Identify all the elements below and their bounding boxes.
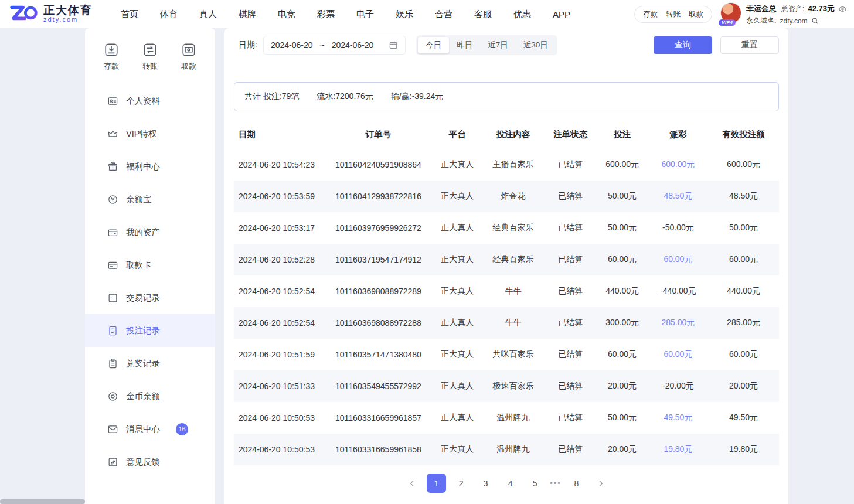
transfer-link[interactable]: 转账 — [666, 9, 681, 19]
sidebar-item-messages[interactable]: 消息中心 16 — [85, 413, 215, 445]
nav-item-entertainment[interactable]: 娱乐 — [396, 9, 413, 20]
page-button-1[interactable]: 1 — [427, 474, 446, 493]
sidebar-item-label: 消息中心 — [126, 424, 160, 435]
cell-date: 2024-06-20 10:52:54 — [234, 307, 324, 339]
deposit-link[interactable]: 存款 — [643, 9, 658, 19]
bank-card-icon — [107, 260, 118, 271]
range-today-button[interactable]: 今日 — [418, 37, 449, 53]
nav-item-support[interactable]: 客服 — [474, 9, 492, 20]
cell-valid: 50.00元 — [708, 212, 779, 244]
cell-valid: 49.50元 — [708, 402, 779, 434]
withdraw-icon — [181, 42, 196, 57]
pagination: 1 2 3 4 5 ••• 8 — [224, 474, 788, 493]
cell-content: 极速百家乐 — [482, 370, 545, 402]
sidebar-item-label: 福利中心 — [126, 161, 160, 172]
cell-platform: 正大真人 — [433, 244, 482, 275]
page-button-2[interactable]: 2 — [451, 474, 471, 493]
page-button-4[interactable]: 4 — [501, 474, 520, 493]
shortcut-transfer-label: 转账 — [142, 61, 158, 71]
sidebar-item-coin-balance[interactable]: 金币余额 — [85, 380, 215, 413]
cell-bet: 50.00元 — [596, 402, 648, 434]
main-nav: 首页 体育 真人 棋牌 电竞 彩票 电子 娱乐 合营 客服 优惠 APP — [121, 9, 570, 20]
sidebar-item-label: 交易记录 — [126, 292, 160, 304]
table-row: 2024-06-20 10:52:54 1011603698088972289 … — [234, 275, 779, 307]
sidebar-item-profile[interactable]: 个人资料 — [85, 84, 215, 117]
sidebar-item-transactions[interactable]: 交易记录 — [85, 281, 215, 314]
brand-logo[interactable]: 正大体育 zdty.com — [9, 3, 93, 25]
sidebar-item-yuebao[interactable]: 余额宝 — [85, 183, 215, 216]
sidebar-item-feedback[interactable]: 意见反馈 — [85, 445, 215, 478]
shortcut-deposit[interactable]: 存款 — [104, 42, 119, 71]
nav-item-app[interactable]: APP — [553, 9, 570, 19]
cell-order: 1011604240591908864 — [324, 149, 433, 181]
cell-status: 已结算 — [545, 402, 596, 434]
cell-date: 2024-06-20 10:51:33 — [234, 370, 324, 402]
cell-date: 2024-06-20 10:54:23 — [234, 149, 324, 181]
sidebar-item-prize-records[interactable]: 兑奖记录 — [85, 347, 215, 380]
cell-status: 已结算 — [545, 149, 596, 181]
cell-status: 已结算 — [545, 339, 596, 370]
search-icon[interactable] — [811, 17, 819, 25]
sidebar-item-withdraw-card[interactable]: 取款卡 — [85, 248, 215, 281]
search-button[interactable]: 查询 — [654, 36, 712, 54]
gift-icon — [107, 161, 118, 172]
cell-payout: 19.80元 — [648, 434, 708, 465]
sidebar-item-vip[interactable]: VIP特权 — [85, 117, 215, 150]
filter-bar: 日期: 2024-06-20 ~ 2024-06-20 今日 昨日 近7日 近3… — [224, 28, 788, 55]
nav-item-live[interactable]: 真人 — [199, 9, 217, 20]
cell-date: 2024-06-20 10:50:53 — [234, 434, 324, 465]
nav-item-slots[interactable]: 电子 — [356, 9, 374, 20]
domain-value: zdty.com — [780, 17, 807, 25]
date-to: 2024-06-20 — [332, 40, 374, 50]
sidebar-item-label: 余额宝 — [126, 194, 152, 205]
table-row: 2024-06-20 10:53:17 1011603976959926272 … — [234, 212, 779, 244]
cell-status: 已结算 — [545, 434, 596, 465]
nav-item-home[interactable]: 首页 — [121, 9, 138, 20]
cell-bet: 50.00元 — [596, 212, 648, 244]
nav-item-promotions[interactable]: 优惠 — [513, 9, 531, 20]
sidebar-item-label: 投注记录 — [126, 325, 160, 336]
page-ellipsis[interactable]: ••• — [550, 479, 562, 488]
sidebar-item-assets[interactable]: 我的资产 — [85, 216, 215, 248]
nav-item-board-games[interactable]: 棋牌 — [239, 9, 256, 20]
range-yesterday-button[interactable]: 昨日 — [449, 37, 480, 53]
shortcut-transfer[interactable]: 转账 — [142, 42, 158, 71]
cell-bet: 60.00元 — [596, 339, 648, 370]
table-row: 2024-06-20 10:52:54 1011603698088972288 … — [234, 307, 779, 339]
summary-bar: 共计 投注:79笔 流水:7200.76元 输/赢:-39.24元 — [234, 82, 779, 111]
date-range-input[interactable]: 2024-06-20 ~ 2024-06-20 — [263, 36, 406, 55]
cell-payout: -20.00元 — [648, 370, 708, 402]
page-button-3[interactable]: 3 — [476, 474, 495, 493]
reset-button[interactable]: 重置 — [720, 36, 779, 54]
nav-item-lottery[interactable]: 彩票 — [317, 9, 335, 20]
cell-content: 经典百家乐 — [482, 212, 545, 244]
cell-valid: 600.00元 — [708, 149, 779, 181]
cell-date: 2024-06-20 10:51:59 — [234, 339, 324, 370]
sidebar-item-welfare[interactable]: 福利中心 — [85, 150, 215, 183]
sidebar-item-bet-records[interactable]: 投注记录 — [85, 314, 215, 347]
nav-item-sports[interactable]: 体育 — [160, 9, 178, 20]
nav-item-partnership[interactable]: 合营 — [435, 9, 452, 20]
page-button-5[interactable]: 5 — [525, 474, 545, 493]
cell-payout: -440.00元 — [648, 275, 708, 307]
range-7days-button[interactable]: 近7日 — [480, 37, 516, 53]
cell-payout: 60.00元 — [648, 339, 708, 370]
page-button-last[interactable]: 8 — [567, 474, 586, 493]
cell-platform: 正大真人 — [433, 307, 482, 339]
eye-icon[interactable] — [838, 5, 847, 13]
cell-bet: 50.00元 — [596, 181, 648, 212]
table-row: 2024-06-20 10:54:23 1011604240591908864 … — [234, 149, 779, 181]
range-30days-button[interactable]: 近30日 — [516, 37, 556, 53]
transfer-icon — [142, 42, 158, 57]
horizontal-scrollbar[interactable] — [0, 499, 85, 504]
calendar-icon[interactable] — [389, 40, 398, 50]
list-icon — [107, 292, 118, 304]
sidebar: 存款 转账 取款 个人资料 VIP特权 — [85, 28, 215, 504]
shortcut-withdraw[interactable]: 取款 — [181, 42, 196, 71]
nav-item-esports[interactable]: 电竞 — [278, 9, 295, 20]
next-page-button[interactable] — [591, 474, 611, 493]
vip-badge: VIP4 — [719, 19, 736, 26]
withdraw-link[interactable]: 取款 — [689, 9, 703, 19]
cell-content: 温州牌九 — [482, 402, 545, 434]
prev-page-button[interactable] — [402, 474, 421, 493]
